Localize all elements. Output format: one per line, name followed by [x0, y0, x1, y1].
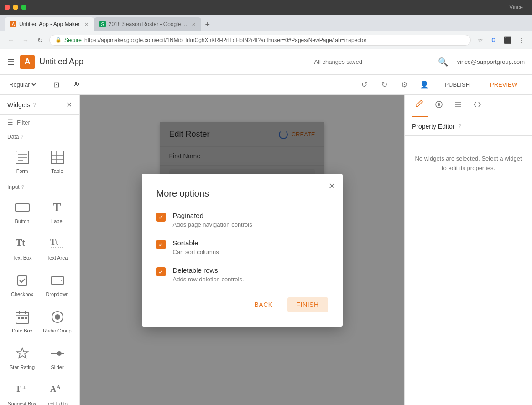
widget-suggestbox[interactable]: T + Suggest Box [5, 376, 39, 405]
undo-button[interactable]: ↺ [357, 78, 371, 92]
data-widgets-grid: Form Table [0, 142, 79, 180]
widget-table[interactable]: Table [41, 144, 74, 178]
sortable-checkbox[interactable]: ✓ [156, 240, 166, 249]
saved-status: All changes saved [239, 58, 438, 65]
back-button[interactable]: ← [5, 35, 16, 46]
canvas-area: Edit Roster CREATE First Name @Position … [80, 95, 404, 405]
widget-slider[interactable]: Slider [41, 340, 74, 374]
refresh-button[interactable]: ↻ [35, 35, 46, 46]
svg-rect-13 [18, 276, 27, 285]
tab-data[interactable] [431, 95, 447, 117]
svg-text:T: T [16, 384, 21, 394]
widget-dropdown[interactable]: Dropdown [41, 267, 74, 301]
menu-dots[interactable]: ⋮ [516, 35, 527, 46]
property-editor-title: Property Editor [412, 123, 454, 130]
widget-textbox[interactable]: Tt Text Box [5, 230, 39, 265]
widget-textbox-label: Text Box [12, 255, 31, 260]
paginated-desc: Adds page navigation controls [173, 221, 252, 228]
tab-untitled-app[interactable]: A Untitled App - App Maker ✕ [5, 17, 94, 31]
svg-text:Tt: Tt [16, 238, 25, 248]
button-icon [13, 198, 31, 217]
paginated-checkbox[interactable]: ✓ [156, 213, 166, 222]
widget-textarea[interactable]: Tt Text Area [41, 230, 74, 265]
tab-label-app: Untitled App - App Maker [19, 21, 80, 27]
modal-option-sortable: ✓ Sortable Can sort columns [156, 239, 328, 255]
search-button[interactable]: 🔍 [438, 57, 448, 67]
person-icon[interactable]: 👤 [417, 78, 432, 92]
svg-marker-25 [17, 348, 28, 358]
widget-label[interactable]: T Label [41, 194, 74, 228]
modal-title: More options [156, 188, 328, 199]
hide-icon[interactable]: 👁 [69, 78, 83, 92]
publish-button[interactable]: PUBLISH [437, 78, 477, 91]
tab-new-button[interactable]: + [201, 18, 214, 31]
deletable-checkbox[interactable]: ✓ [156, 267, 166, 276]
tab-roster[interactable]: S 2018 Season Roster - Google ... ✕ [94, 17, 201, 31]
filter-row: ☰ Filter [0, 115, 79, 130]
property-tabs [405, 95, 532, 117]
redo-button[interactable]: ↻ [377, 78, 391, 92]
hamburger-menu[interactable]: ☰ [7, 57, 15, 67]
table-icon [48, 148, 67, 166]
browser-address-bar: ← → ↻ 🔒 Secure https://appmaker.google.c… [0, 31, 532, 49]
widget-table-label: Table [51, 168, 63, 174]
textbox-icon: Tt [13, 235, 31, 253]
widget-starrating[interactable]: Star Rating [5, 340, 39, 374]
svg-text:T: T [53, 201, 61, 214]
tab-style[interactable] [412, 95, 428, 117]
finish-button[interactable]: FINISH [287, 297, 328, 312]
svg-rect-21 [21, 317, 24, 319]
deletable-content: Deletable rows Adds row deletion control… [173, 266, 244, 283]
star-icon[interactable]: ☆ [475, 35, 485, 46]
label-icon: T [48, 198, 67, 217]
data-help-icon: ? [21, 134, 23, 140]
widget-button-label: Button [15, 218, 30, 224]
widget-button[interactable]: Button [5, 194, 39, 228]
widget-checkbox[interactable]: Checkbox [5, 267, 39, 301]
deletable-desc: Adds row deletion controls. [173, 276, 244, 283]
address-input[interactable]: 🔒 Secure https://appmaker.google.com/edi… [49, 35, 471, 46]
svg-text:Tt: Tt [50, 238, 58, 247]
textarea-icon: Tt [48, 235, 67, 253]
modal-overlay: More options ✕ ✓ Paginated Adds page nav… [80, 95, 404, 405]
traffic-lights [5, 5, 26, 10]
suggestbox-icon: T + [13, 381, 31, 399]
panel-close-icon[interactable]: ✕ [66, 100, 72, 109]
widget-datebox[interactable]: Date Box [5, 303, 39, 338]
tab-favicon-roster: S [99, 21, 106, 27]
close-traffic-light[interactable] [5, 5, 10, 10]
extension-icon[interactable]: ⬛ [502, 35, 513, 46]
widgets-help-icon: ? [33, 102, 37, 108]
modal-close-button[interactable]: ✕ [329, 181, 335, 191]
paginated-label: Paginated [173, 212, 252, 219]
widget-textarea-label: Text Area [47, 255, 68, 260]
settings-icon[interactable]: ⚙ [397, 78, 412, 92]
panel-header: Widgets ? ✕ [0, 95, 79, 115]
svg-marker-15 [60, 280, 62, 281]
input-section-label: Input ? [0, 180, 79, 192]
back-button[interactable]: BACK [245, 297, 282, 312]
checkbox-icon [13, 271, 31, 290]
grid-view-icon[interactable]: ⊡ [49, 78, 63, 92]
modal-option-deletable: ✓ Deletable rows Adds row deletion contr… [156, 266, 328, 283]
widget-texteditor[interactable]: A A Text Editor [41, 376, 74, 405]
tab-layout[interactable] [450, 95, 466, 117]
widget-form[interactable]: Form [5, 144, 39, 178]
tab-label-roster: 2018 Season Roster - Google ... [109, 21, 187, 27]
slider-icon [48, 344, 67, 363]
widget-radiogroup[interactable]: Radio Group [41, 303, 74, 338]
more-options-modal: More options ✕ ✓ Paginated Adds page nav… [142, 174, 343, 327]
svg-text:+: + [22, 384, 26, 391]
paginated-content: Paginated Adds page navigation controls [173, 212, 252, 228]
preview-button[interactable]: PREVIEW [483, 78, 525, 91]
google-icon[interactable]: G [488, 35, 499, 46]
filter-text: Filter [17, 119, 30, 126]
tab-close-app[interactable]: ✕ [84, 21, 89, 27]
view-mode-select[interactable]: Regular Tablet Mobile [7, 81, 37, 88]
maximize-traffic-light[interactable] [21, 5, 26, 10]
minimize-traffic-light[interactable] [13, 5, 18, 10]
forward-button[interactable]: → [20, 35, 31, 46]
tab-code[interactable] [469, 95, 485, 117]
tab-close-roster[interactable]: ✕ [192, 21, 196, 27]
svg-text:A: A [57, 384, 61, 390]
